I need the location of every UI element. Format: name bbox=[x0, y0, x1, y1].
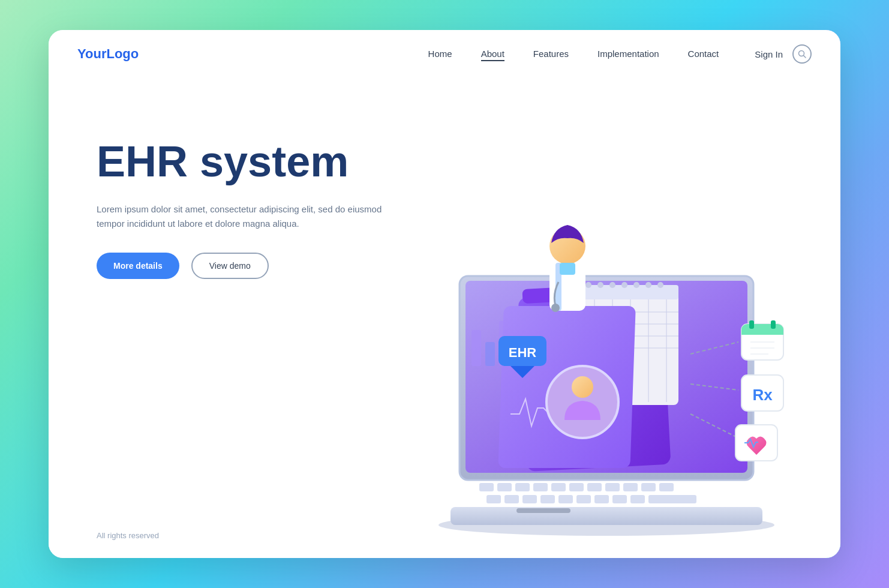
svg-rect-34 bbox=[576, 495, 591, 503]
illustration: EHR bbox=[391, 114, 840, 552]
svg-point-74 bbox=[551, 304, 560, 312]
svg-rect-85 bbox=[749, 320, 754, 329]
svg-rect-26 bbox=[623, 483, 638, 491]
main-card: YourLogo Home About Features Implementat… bbox=[49, 30, 840, 558]
svg-rect-44 bbox=[576, 285, 678, 299]
svg-point-51 bbox=[657, 282, 663, 288]
nav-right: Sign In bbox=[755, 44, 812, 64]
footer-copyright: All rights reserved bbox=[97, 531, 159, 540]
svg-rect-29 bbox=[486, 495, 501, 503]
nav-item-implementation[interactable]: Implementation bbox=[597, 49, 659, 59]
hero-description: Lorem ipsum dolor sit amet, consectetur … bbox=[97, 202, 385, 231]
view-demo-button[interactable]: View demo bbox=[191, 253, 269, 279]
nav-item-contact[interactable]: Contact bbox=[688, 49, 719, 59]
svg-point-47 bbox=[609, 282, 615, 288]
svg-rect-30 bbox=[504, 495, 519, 503]
svg-rect-18 bbox=[479, 483, 494, 491]
sign-in-link[interactable]: Sign In bbox=[755, 49, 783, 59]
svg-rect-32 bbox=[540, 495, 555, 503]
svg-rect-27 bbox=[641, 483, 656, 491]
svg-rect-33 bbox=[558, 495, 573, 503]
hero-heading: EHR system bbox=[97, 138, 385, 185]
svg-rect-22 bbox=[551, 483, 566, 491]
svg-rect-23 bbox=[569, 483, 584, 491]
svg-rect-75 bbox=[560, 263, 575, 275]
ehr-illustration-svg: EHR bbox=[391, 114, 840, 552]
svg-point-50 bbox=[645, 282, 651, 288]
svg-rect-25 bbox=[605, 483, 620, 491]
svg-rect-24 bbox=[587, 483, 602, 491]
svg-rect-28 bbox=[659, 483, 674, 491]
nav-item-home[interactable]: Home bbox=[428, 49, 452, 59]
svg-rect-31 bbox=[522, 495, 537, 503]
svg-rect-62 bbox=[485, 342, 495, 366]
search-button[interactable] bbox=[792, 44, 812, 64]
svg-rect-3 bbox=[450, 507, 762, 525]
svg-text:EHR: EHR bbox=[509, 345, 537, 360]
svg-rect-35 bbox=[594, 495, 609, 503]
navbar: YourLogo Home About Features Implementat… bbox=[49, 30, 840, 78]
hero-buttons: More details View demo bbox=[97, 253, 385, 279]
svg-point-67 bbox=[572, 376, 593, 398]
svg-rect-38 bbox=[648, 495, 696, 503]
svg-rect-21 bbox=[533, 483, 548, 491]
more-details-button[interactable]: More details bbox=[97, 253, 179, 279]
svg-rect-36 bbox=[612, 495, 627, 503]
svg-rect-37 bbox=[630, 495, 645, 503]
svg-point-45 bbox=[585, 282, 591, 288]
svg-rect-4 bbox=[516, 508, 570, 513]
logo: YourLogo bbox=[77, 46, 139, 62]
svg-point-49 bbox=[633, 282, 639, 288]
nav-links: Home About Features Implementation Conta… bbox=[428, 49, 719, 59]
search-icon bbox=[798, 50, 806, 58]
nav-item-features[interactable]: Features bbox=[533, 49, 569, 59]
svg-point-48 bbox=[621, 282, 627, 288]
hero-text-area: EHR system Lorem ipsum dolor sit amet, c… bbox=[97, 138, 385, 279]
svg-text:Rx: Rx bbox=[752, 386, 773, 404]
svg-rect-86 bbox=[771, 320, 776, 329]
svg-rect-81 bbox=[741, 330, 783, 335]
svg-line-1 bbox=[804, 56, 806, 58]
svg-rect-20 bbox=[515, 483, 530, 491]
nav-item-about[interactable]: About bbox=[481, 49, 504, 59]
svg-rect-61 bbox=[471, 330, 481, 366]
main-content: EHR system Lorem ipsum dolor sit amet, c… bbox=[49, 78, 840, 558]
svg-rect-19 bbox=[497, 483, 512, 491]
svg-point-46 bbox=[597, 282, 603, 288]
